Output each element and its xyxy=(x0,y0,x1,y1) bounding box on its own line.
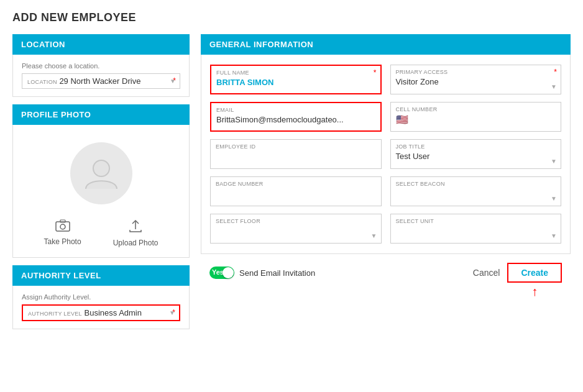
location-prompt: Please choose a location. xyxy=(22,62,180,70)
form-row-3: EMPLOYEE ID JOB TITLE Test User ▼ xyxy=(210,139,561,169)
profile-photo-section: PROFILE PHOTO xyxy=(12,104,190,258)
form-actions: Yes Send Email Invitation Cancel Create … xyxy=(201,254,571,283)
svg-point-2 xyxy=(60,224,65,229)
job-title-value: Test User xyxy=(396,150,556,162)
authority-level-field[interactable]: AUTHORITY LEVEL Business Admin * ▼ xyxy=(22,304,180,321)
primary-access-field[interactable]: PRIMARY ACCESS Visitor Zone * ▼ xyxy=(390,65,562,94)
toggle-thumb xyxy=(223,267,234,278)
form-row-2: EMAIL BrittaSimon@msdemocloudgateo... CE… xyxy=(210,102,561,132)
location-field[interactable]: LOCATION 29 North Wacker Drive * ▼ xyxy=(22,73,180,89)
photo-actions: Take Photo Upload Photo xyxy=(22,214,180,253)
cell-number-field[interactable]: CELL NUMBER 🇺🇸 xyxy=(390,102,562,132)
employee-id-value xyxy=(216,150,376,153)
form-row-4: BADGE NUMBER SELECT BEACON ▼ xyxy=(210,176,561,206)
avatar-icon xyxy=(83,155,120,192)
job-title-label: JOB TITLE xyxy=(396,144,556,150)
form-row-1: FULL NAME BRITTA SIMON * PRIMARY ACCESS … xyxy=(210,65,561,94)
authority-field-value: Business Admin xyxy=(84,307,142,319)
select-unit-value xyxy=(396,224,556,227)
take-photo-label: Take Photo xyxy=(44,237,81,246)
cell-number-col: CELL NUMBER 🇺🇸 xyxy=(390,102,562,132)
primary-access-col: PRIMARY ACCESS Visitor Zone * ▼ xyxy=(390,65,562,94)
job-title-arrow: ▼ xyxy=(551,158,557,165)
select-unit-label: SELECT UNIT xyxy=(396,218,556,224)
select-beacon-col: SELECT BEACON ▼ xyxy=(390,176,562,206)
page-title: ADD NEW EMPLOYEE xyxy=(12,11,571,24)
full-name-field[interactable]: FULL NAME BRITTA SIMON * xyxy=(210,65,382,94)
select-beacon-arrow: ▼ xyxy=(551,195,557,202)
job-title-col: JOB TITLE Test User ▼ xyxy=(390,139,562,169)
profile-photo-header: PROFILE PHOTO xyxy=(12,104,190,125)
authority-level-body: Assign Authority Level. AUTHORITY LEVEL … xyxy=(12,286,190,329)
location-header: LOCATION xyxy=(12,34,190,55)
location-field-value: 29 North Wacker Drive xyxy=(59,75,140,87)
cell-number-label: CELL NUMBER xyxy=(396,106,556,112)
select-beacon-field[interactable]: SELECT BEACON ▼ xyxy=(390,176,562,206)
action-buttons: Cancel Create ↑ xyxy=(473,263,562,283)
primary-access-label: PRIMARY ACCESS xyxy=(396,69,556,75)
take-photo-button[interactable]: Take Photo xyxy=(44,219,81,247)
job-title-field[interactable]: JOB TITLE Test User ▼ xyxy=(390,139,562,169)
employee-id-label: EMPLOYEE ID xyxy=(216,144,376,150)
authority-prompt: Assign Authority Level. xyxy=(22,293,180,301)
full-name-label: FULL NAME xyxy=(216,70,375,76)
authority-level-section: AUTHORITY LEVEL Assign Authority Level. … xyxy=(12,265,190,329)
page-container: ADD NEW EMPLOYEE LOCATION Please choose … xyxy=(0,0,583,340)
location-field-label: LOCATION xyxy=(27,79,57,85)
full-name-required: * xyxy=(374,68,377,77)
send-email-toggle[interactable]: Yes xyxy=(209,267,234,279)
photo-placeholder xyxy=(70,142,132,204)
select-floor-label: SELECT FLOOR xyxy=(216,218,376,224)
primary-access-arrow: ▼ xyxy=(551,83,557,90)
authority-dropdown-arrow: ▼ xyxy=(169,309,175,316)
flag-icon: 🇺🇸 xyxy=(396,112,556,125)
profile-photo-body: Take Photo Upload Photo xyxy=(12,125,190,258)
full-name-value: BRITTA SIMON xyxy=(216,76,375,88)
camera-icon xyxy=(55,219,70,235)
select-floor-field[interactable]: SELECT FLOOR ▼ xyxy=(210,214,382,244)
location-body: Please choose a location. LOCATION 29 No… xyxy=(12,55,190,97)
primary-access-required: * xyxy=(554,68,557,76)
main-layout: LOCATION Please choose a location. LOCAT… xyxy=(12,34,571,329)
select-beacon-label: SELECT BEACON xyxy=(396,181,556,187)
badge-number-value xyxy=(216,187,376,190)
create-button[interactable]: Create xyxy=(507,263,562,283)
select-unit-col: SELECT UNIT ▼ xyxy=(390,214,562,244)
primary-access-value: Visitor Zone xyxy=(396,75,556,88)
create-button-wrapper: Create ↑ xyxy=(507,263,562,283)
arrow-up-icon: ↑ xyxy=(531,285,538,298)
authority-field-label: AUTHORITY LEVEL xyxy=(28,311,82,317)
svg-point-0 xyxy=(93,160,109,176)
cancel-button[interactable]: Cancel xyxy=(473,268,500,278)
badge-number-field[interactable]: BADGE NUMBER xyxy=(210,176,382,206)
general-info-header: GENERAL INFORMATION xyxy=(201,34,571,55)
upload-icon xyxy=(129,219,142,236)
employee-id-field[interactable]: EMPLOYEE ID xyxy=(210,139,382,169)
form-row-5: SELECT FLOOR ▼ SELECT UNIT ▼ xyxy=(210,214,561,244)
send-email-label: Send Email Invitation xyxy=(239,268,315,278)
select-floor-value xyxy=(216,224,376,227)
select-unit-arrow: ▼ xyxy=(551,232,557,239)
full-name-col: FULL NAME BRITTA SIMON * xyxy=(210,65,382,94)
badge-number-col: BADGE NUMBER xyxy=(210,176,382,206)
location-dropdown-arrow: ▼ xyxy=(170,78,176,84)
email-field[interactable]: EMAIL BrittaSimon@msdemocloudgateo... xyxy=(210,102,382,132)
right-panel: GENERAL INFORMATION FULL NAME BRITTA SIM… xyxy=(201,34,571,283)
form-grid: FULL NAME BRITTA SIMON * PRIMARY ACCESS … xyxy=(201,55,571,254)
upload-photo-label: Upload Photo xyxy=(113,239,158,247)
authority-level-header: AUTHORITY LEVEL xyxy=(12,265,190,286)
location-section: LOCATION Please choose a location. LOCAT… xyxy=(12,34,190,97)
email-col: EMAIL BrittaSimon@msdemocloudgateo... xyxy=(210,102,382,132)
left-panel: LOCATION Please choose a location. LOCAT… xyxy=(12,34,190,329)
email-label: EMAIL xyxy=(216,107,375,113)
email-value: BrittaSimon@msdemocloudgateo... xyxy=(216,113,375,125)
toggle-wrapper[interactable]: Yes Send Email Invitation xyxy=(209,267,315,279)
select-floor-arrow: ▼ xyxy=(371,232,377,239)
employee-id-col: EMPLOYEE ID xyxy=(210,139,382,169)
select-floor-col: SELECT FLOOR ▼ xyxy=(210,214,382,244)
badge-number-label: BADGE NUMBER xyxy=(216,181,376,187)
upload-photo-button[interactable]: Upload Photo xyxy=(113,219,158,247)
select-unit-field[interactable]: SELECT UNIT ▼ xyxy=(390,214,562,244)
